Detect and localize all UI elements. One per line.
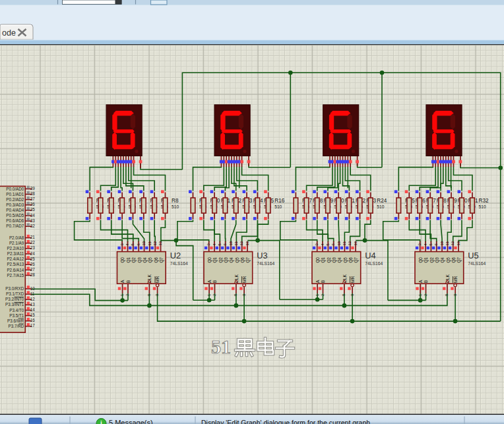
- svg-text:B: B: [126, 280, 131, 283]
- svg-text:Q4: Q4: [440, 257, 445, 263]
- svg-text:Q5: Q5: [235, 257, 240, 263]
- svg-text:P0.0/AD0: P0.0/AD0: [6, 187, 24, 191]
- svg-text:38: 38: [30, 191, 36, 196]
- svg-text:Q3: Q3: [137, 257, 142, 263]
- svg-text:MR: MR: [155, 276, 160, 283]
- svg-text:37: 37: [30, 197, 36, 201]
- svg-text:510: 510: [274, 204, 282, 209]
- svg-text:R16: R16: [274, 198, 284, 204]
- svg-text:Q3: Q3: [435, 257, 440, 263]
- svg-text:P0.5/AD5: P0.5/AD5: [6, 213, 24, 218]
- svg-text:MR: MR: [453, 276, 458, 283]
- svg-text:Q1: Q1: [126, 257, 131, 263]
- svg-text:R32: R32: [479, 198, 489, 204]
- svg-text:26: 26: [30, 262, 36, 266]
- svg-text:Q2: Q2: [327, 257, 332, 263]
- svg-text:Q5: Q5: [446, 257, 451, 263]
- svg-text:MR: MR: [350, 276, 355, 283]
- svg-text:A: A: [418, 280, 423, 283]
- svg-text:U2: U2: [170, 251, 181, 260]
- svg-text:Q3: Q3: [332, 257, 337, 263]
- svg-text:23: 23: [30, 245, 36, 250]
- svg-text:Q0: Q0: [207, 257, 212, 263]
- svg-text:MR: MR: [242, 276, 247, 283]
- svg-text:10: 10: [142, 241, 146, 245]
- svg-text:Q1: Q1: [424, 257, 429, 263]
- svg-text:B: B: [321, 280, 325, 283]
- svg-text:12: 12: [153, 241, 157, 245]
- svg-text:74LS164: 74LS164: [468, 261, 486, 266]
- svg-text:P0.2/AD2: P0.2/AD2: [6, 197, 24, 202]
- svg-text:P3.7/RD: P3.7/RD: [8, 324, 24, 328]
- svg-text:36: 36: [30, 202, 36, 206]
- svg-text:P2.7/A15: P2.7/A15: [7, 273, 24, 278]
- svg-text:P3.4/T0: P3.4/T0: [9, 308, 24, 313]
- svg-text:Q4: Q4: [229, 257, 234, 263]
- svg-text:17: 17: [30, 323, 36, 328]
- svg-text:P3.1/TXD: P3.1/TXD: [6, 291, 24, 296]
- svg-text:21: 21: [30, 235, 36, 239]
- svg-text:10: 10: [337, 241, 341, 245]
- svg-text:35: 35: [30, 207, 36, 212]
- svg-text:Q2: Q2: [131, 257, 137, 263]
- svg-text:510: 510: [172, 204, 179, 209]
- svg-text:10: 10: [30, 286, 36, 291]
- svg-text:P0.1/AD1: P0.1/AD1: [6, 192, 24, 197]
- svg-text:P2.2/A10: P2.2/A10: [7, 246, 24, 251]
- svg-text:P2.4/A12: P2.4/A12: [7, 257, 24, 261]
- svg-text:12: 12: [30, 297, 36, 301]
- svg-text:Q6: Q6: [240, 257, 245, 263]
- svg-text:27: 27: [30, 267, 36, 272]
- svg-text:Q7: Q7: [457, 257, 462, 263]
- svg-text:Q1: Q1: [212, 257, 218, 263]
- svg-text:34: 34: [30, 213, 36, 218]
- svg-text:P3.0/RXD: P3.0/RXD: [5, 286, 24, 291]
- svg-text:33: 33: [30, 218, 36, 223]
- svg-text:A: A: [207, 280, 212, 283]
- svg-text:16: 16: [30, 318, 36, 322]
- svg-text:U4: U4: [365, 251, 375, 260]
- svg-text:A: A: [120, 280, 125, 283]
- svg-text:Q3: Q3: [224, 257, 229, 263]
- svg-text:P0.7/AD7: P0.7/AD7: [6, 224, 24, 228]
- svg-text:P3.6/WR: P3.6/WR: [7, 318, 24, 323]
- svg-text:13: 13: [158, 241, 162, 245]
- svg-text:ode: ode: [2, 28, 16, 38]
- svg-text:P2.0/A8: P2.0/A8: [9, 235, 24, 240]
- svg-text:P2.1/A9: P2.1/A9: [9, 241, 24, 245]
- svg-text:R24: R24: [377, 198, 387, 204]
- svg-text:P2.5/A13: P2.5/A13: [7, 262, 24, 266]
- svg-text:12: 12: [239, 241, 243, 245]
- svg-text:74LS164: 74LS164: [365, 261, 383, 266]
- svg-text:B: B: [424, 280, 428, 283]
- svg-text:510: 510: [377, 204, 384, 209]
- svg-text:14: 14: [30, 307, 36, 312]
- svg-text:22: 22: [30, 240, 36, 245]
- svg-text:P3.5/T1: P3.5/T1: [9, 313, 24, 318]
- svg-text:CLK: CLK: [147, 274, 152, 283]
- svg-text:510: 510: [479, 204, 486, 209]
- svg-text:Q1: Q1: [321, 257, 326, 263]
- svg-text:Q0: Q0: [121, 257, 126, 263]
- svg-text:Q7: Q7: [245, 257, 251, 263]
- svg-text:11: 11: [342, 241, 346, 246]
- svg-text:13: 13: [354, 241, 358, 245]
- svg-text:51: 51: [211, 336, 231, 357]
- svg-text:74LS164: 74LS164: [257, 261, 274, 266]
- svg-text:Display 'Edit Graph' dialogue: Display 'Edit Graph' dialogue form for t…: [201, 419, 370, 424]
- svg-text:11: 11: [445, 241, 449, 246]
- svg-text:12: 12: [451, 241, 455, 245]
- svg-text:CLK: CLK: [234, 274, 239, 283]
- svg-text:P0.6/AD6: P0.6/AD6: [6, 218, 24, 223]
- svg-text:P0.3/AD3: P0.3/AD3: [6, 202, 24, 207]
- svg-text:CLK: CLK: [445, 274, 450, 283]
- svg-text:13: 13: [457, 241, 460, 245]
- svg-text:10: 10: [440, 241, 444, 245]
- svg-text:Q5: Q5: [343, 257, 348, 263]
- svg-text:U5: U5: [468, 251, 478, 260]
- svg-text:Q0: Q0: [418, 257, 424, 263]
- svg-text:Q7: Q7: [354, 257, 359, 263]
- svg-text:11: 11: [148, 241, 152, 246]
- svg-text:13: 13: [245, 241, 249, 245]
- svg-text:Q4: Q4: [142, 257, 148, 263]
